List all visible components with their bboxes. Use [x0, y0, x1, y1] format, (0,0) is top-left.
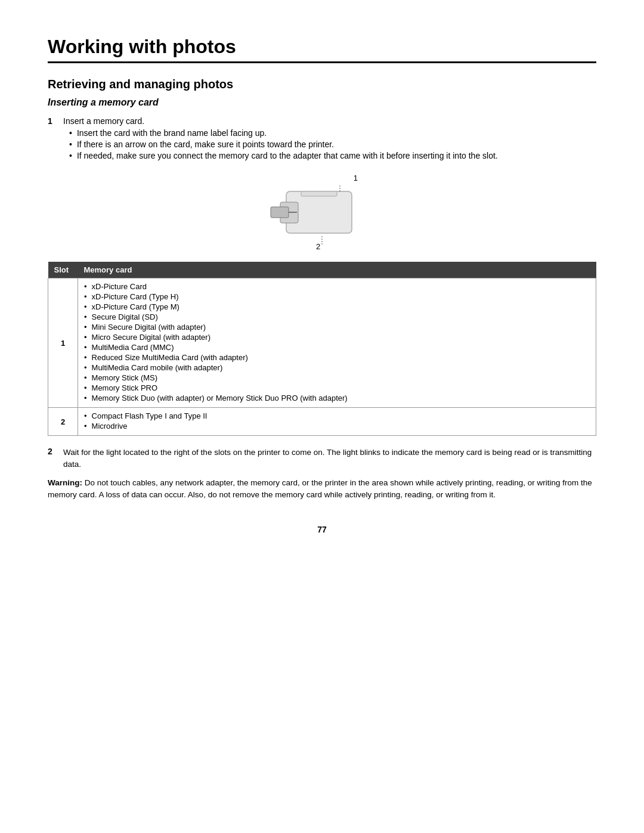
step-1-content: Insert a memory card. Insert the card wi… — [63, 116, 596, 163]
slot1-card-4: Secure Digital (SD) — [84, 312, 590, 321]
slot1-card-6: Micro Secure Digital (with adapter) — [84, 333, 590, 342]
printer-illustration-area: 1 2 — [48, 174, 596, 251]
svg-rect-2 — [271, 207, 289, 218]
slot1-card-list: xD-Picture Card xD-Picture Card (Type H)… — [84, 282, 590, 402]
slot2-card-list: Compact Flash Type I and Type II Microdr… — [84, 411, 590, 431]
table-row-1-slot: 1 — [48, 278, 78, 408]
bullet-2: If there is an arrow on the card, make s… — [69, 140, 596, 149]
warning-body: Do not touch cables, any network adapter… — [48, 478, 592, 499]
table-row-1-cards: xD-Picture Card xD-Picture Card (Type H)… — [78, 278, 596, 408]
slot2-card-1: Compact Flash Type I and Type II — [84, 411, 590, 420]
step-1-number: 1 — [48, 116, 60, 163]
step-2: 2 Wait for the light located to the righ… — [48, 447, 596, 471]
step-1: 1 Insert a memory card. Insert the card … — [48, 116, 596, 163]
slot1-card-2: xD-Picture Card (Type H) — [84, 292, 590, 301]
step-1-bullets: Insert the card with the brand name labe… — [69, 128, 596, 160]
steps-list: 1 Insert a memory card. Insert the card … — [48, 116, 596, 163]
subsection-title: Inserting a memory card — [48, 97, 596, 108]
bullet-1: Insert the card with the brand name labe… — [69, 128, 596, 138]
slot1-card-3: xD-Picture Card (Type M) — [84, 302, 590, 311]
step-2-text: Wait for the light located to the right … — [63, 448, 592, 469]
slot1-card-10: Memory Stick (MS) — [84, 373, 590, 382]
illustration-label-2: 2 — [316, 242, 352, 251]
slot1-card-8: Reduced Size MultiMedia Card (with adapt… — [84, 353, 590, 362]
slot1-card-5: Mini Secure Digital (with adapter) — [84, 323, 590, 332]
table-row-2: 2 Compact Flash Type I and Type II Micro… — [48, 408, 596, 436]
printer-svg — [268, 179, 376, 245]
svg-rect-4 — [301, 191, 337, 196]
slot1-card-7: MultiMedia Card (MMC) — [84, 343, 590, 352]
step-1-text: Insert a memory card. — [63, 116, 144, 126]
warning-label: Warning: — [48, 478, 82, 487]
step-2-number: 2 — [48, 447, 60, 471]
slot2-card-2: Microdrive — [84, 422, 590, 431]
memory-card-table: Slot Memory card 1 xD-Picture Card xD-Pi… — [48, 262, 596, 436]
table-row-2-cards: Compact Flash Type I and Type II Microdr… — [78, 408, 596, 436]
step-2-content: Wait for the light located to the right … — [63, 447, 596, 471]
page-number: 77 — [48, 525, 596, 534]
bullet-3: If needed, make sure you connect the mem… — [69, 151, 596, 160]
step-2-list: 2 Wait for the light located to the righ… — [48, 447, 596, 471]
title-rule — [48, 61, 596, 63]
table-row-1: 1 xD-Picture Card xD-Picture Card (Type … — [48, 278, 596, 408]
table-header-memory-card: Memory card — [78, 262, 596, 278]
slot1-card-9: MultiMedia Card mobile (with adapter) — [84, 363, 590, 372]
table-header-slot: Slot — [48, 262, 78, 278]
section-title: Retrieving and managing photos — [48, 78, 596, 91]
slot1-card-1: xD-Picture Card — [84, 282, 590, 291]
slot1-card-11: Memory Stick PRO — [84, 383, 590, 392]
table-row-2-slot: 2 — [48, 408, 78, 436]
page-title: Working with photos — [48, 36, 596, 58]
slot1-card-12: Memory Stick Duo (with adapter) or Memor… — [84, 394, 590, 402]
warning-paragraph: Warning: Do not touch cables, any networ… — [48, 477, 596, 501]
